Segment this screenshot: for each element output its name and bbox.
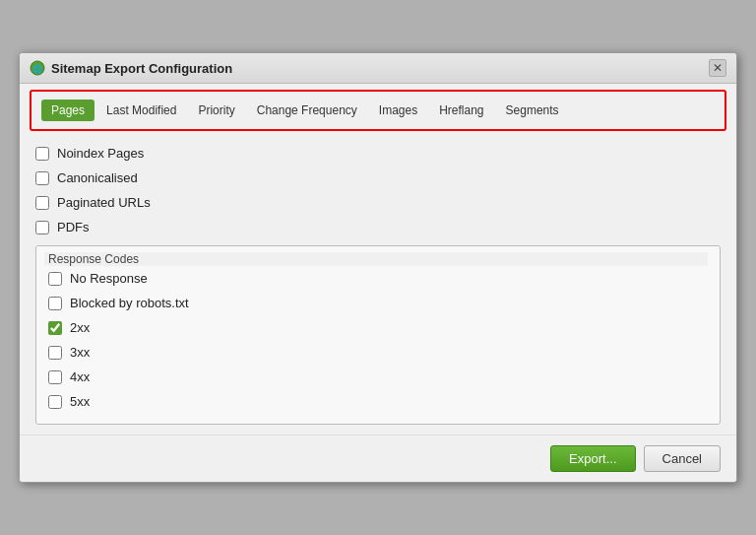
- pdfs-label: PDFs: [57, 220, 90, 234]
- pdfs-checkbox[interactable]: [35, 221, 49, 234]
- 3xx-checkbox[interactable]: [48, 346, 62, 360]
- list-item: 4xx: [48, 365, 708, 389]
- list-item: Noindex Pages: [35, 141, 721, 166]
- list-item: 5xx: [48, 389, 708, 414]
- canonicalised-label: Canonicalised: [57, 170, 138, 185]
- cancel-button[interactable]: Cancel: [644, 445, 721, 472]
- tab-change-frequency[interactable]: Change Frequency: [247, 100, 367, 121]
- list-item: Canonicalised: [35, 166, 721, 190]
- list-item: 3xx: [48, 340, 708, 365]
- response-codes-group: Response Codes No Response Blocked by ro…: [35, 245, 721, 425]
- tab-last-modified[interactable]: Last Modified: [96, 100, 186, 121]
- list-item: No Response: [48, 266, 708, 291]
- blocked-label: Blocked by robots.txt: [70, 296, 189, 310]
- blocked-checkbox[interactable]: [48, 297, 62, 310]
- paginated-checkbox[interactable]: [35, 196, 49, 210]
- svg-text:🌐: 🌐: [32, 64, 42, 74]
- 4xx-checkbox[interactable]: [48, 370, 62, 384]
- close-button[interactable]: ✕: [709, 59, 726, 77]
- tab-images[interactable]: Images: [369, 100, 427, 121]
- 3xx-label: 3xx: [70, 345, 90, 360]
- canonicalised-checkbox[interactable]: [35, 171, 49, 185]
- 2xx-label: 2xx: [70, 320, 90, 335]
- export-button[interactable]: Export...: [550, 445, 635, 472]
- noindex-label: Noindex Pages: [57, 146, 144, 161]
- paginated-label: Paginated URLs: [57, 195, 151, 210]
- noindex-checkbox[interactable]: [35, 147, 49, 161]
- app-icon: 🌐: [30, 60, 45, 76]
- 5xx-label: 5xx: [70, 394, 90, 409]
- dialog-title: Sitemap Export Configuration: [51, 61, 232, 76]
- 5xx-checkbox[interactable]: [48, 395, 62, 409]
- no-response-label: No Response: [70, 271, 148, 286]
- 4xx-label: 4xx: [70, 369, 90, 384]
- response-codes-legend: Response Codes: [44, 252, 708, 266]
- tab-bar: Pages Last Modified Priority Change Freq…: [30, 90, 726, 131]
- dialog: 🌐 Sitemap Export Configuration ✕ Pages L…: [19, 52, 737, 483]
- tab-segments[interactable]: Segments: [496, 100, 569, 121]
- no-response-checkbox[interactable]: [48, 272, 62, 286]
- content-area: Noindex Pages Canonicalised Paginated UR…: [20, 137, 736, 435]
- title-bar: 🌐 Sitemap Export Configuration ✕: [20, 53, 736, 84]
- list-item: PDFs: [35, 215, 721, 239]
- list-item: 2xx: [48, 315, 708, 340]
- 2xx-checkbox[interactable]: [48, 321, 62, 335]
- dialog-footer: Export... Cancel: [20, 435, 736, 482]
- tab-priority[interactable]: Priority: [188, 100, 244, 121]
- title-bar-left: 🌐 Sitemap Export Configuration: [30, 60, 232, 76]
- list-item: Paginated URLs: [35, 190, 721, 215]
- tab-hreflang[interactable]: Hreflang: [429, 100, 493, 121]
- list-item: Blocked by robots.txt: [48, 291, 708, 315]
- tab-pages[interactable]: Pages: [41, 100, 94, 121]
